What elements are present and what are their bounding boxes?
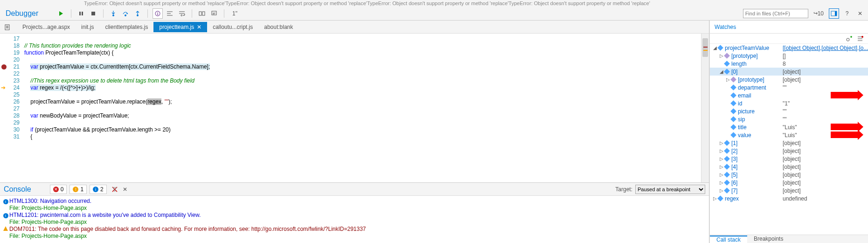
- watch-row[interactable]: sip"": [710, 115, 868, 123]
- svg-rect-0: [79, 12, 81, 15]
- annotation-arrow: [831, 132, 859, 138]
- expand-icon[interactable]: ▷: [719, 148, 724, 153]
- scrollbar[interactable]: [701, 34, 709, 182]
- break-exception-icon[interactable]: [153, 8, 163, 19]
- svg-rect-2: [91, 12, 95, 15]
- file-tab[interactable]: projectteam.js✕: [153, 22, 207, 32]
- break-all-icon[interactable]: [76, 8, 86, 19]
- watch-row[interactable]: ▷[3][object]: [710, 155, 868, 163]
- type-icon: [730, 124, 736, 130]
- watch-row[interactable]: email: [710, 91, 868, 99]
- watch-row[interactable]: ▷[prototype][]: [710, 52, 868, 60]
- watches-tree[interactable]: ◢projectTeamValue[[object Object],[objec…: [710, 44, 868, 235]
- console-filter-badge[interactable]: i2: [90, 185, 107, 194]
- svg-rect-8: [157, 14, 158, 15]
- file-tab[interactable]: Projects...age.aspx: [17, 22, 76, 32]
- step-out-icon[interactable]: [132, 8, 143, 19]
- expand-icon[interactable]: ▷: [713, 196, 717, 201]
- console-body[interactable]: iHTML1300: Navigation occurred.File: Pro…: [0, 196, 709, 243]
- word-wrap-icon[interactable]: [177, 8, 187, 19]
- breakpoint-gutter[interactable]: ➔: [0, 34, 8, 182]
- continue-icon[interactable]: [56, 8, 66, 19]
- debug-worker-icon[interactable]: 1": [229, 8, 239, 19]
- expand-icon[interactable]: ◢: [713, 45, 717, 50]
- breakpoint-marker[interactable]: [1, 64, 7, 69]
- console-message: File: Projects-Home-Page.aspx: [0, 205, 709, 212]
- type-icon: [730, 116, 736, 122]
- watch-row[interactable]: ▷regexundefined: [710, 194, 868, 202]
- watch-row[interactable]: picture"": [710, 107, 868, 115]
- scroll-cur-marker: [703, 50, 708, 51]
- watch-row[interactable]: department"": [710, 83, 868, 91]
- file-tab[interactable]: clienttemplates.js: [99, 22, 153, 32]
- type-icon: [724, 53, 730, 59]
- add-watch-icon[interactable]: [845, 35, 853, 43]
- watch-row[interactable]: length8: [710, 60, 868, 68]
- type-icon: [730, 84, 736, 90]
- match-count-icon[interactable]: ↪ 10: [811, 8, 826, 19]
- watch-row[interactable]: ▷[6][object]: [710, 179, 868, 187]
- console-message: DOM7011: The code on this page disabled …: [0, 226, 709, 233]
- expand-icon[interactable]: ▷: [719, 188, 724, 193]
- step-over-icon[interactable]: [120, 8, 131, 19]
- console-filter-badge[interactable]: ✕0: [50, 185, 67, 194]
- expand-icon[interactable]: ▷: [719, 180, 724, 185]
- separator: [71, 9, 71, 18]
- close-icon[interactable]: ✕: [855, 8, 865, 19]
- watch-row[interactable]: id"1": [710, 99, 868, 107]
- expand-icon[interactable]: ◢: [719, 69, 724, 74]
- type-icon: [717, 45, 723, 51]
- footer-tab[interactable]: Call stack: [710, 236, 747, 243]
- watch-row[interactable]: ◢projectTeamValue[[object Object],[objec…: [710, 44, 868, 52]
- expand-icon[interactable]: ▷: [719, 172, 724, 177]
- find-input[interactable]: [743, 9, 808, 18]
- console-message: iHTML1201: pwcinternal.com is a website …: [0, 212, 709, 219]
- svg-point-4: [125, 14, 126, 16]
- clear-filter-icon[interactable]: [110, 184, 120, 194]
- watch-row[interactable]: ▷[1][object]: [710, 139, 868, 147]
- tab-close-icon[interactable]: ✕: [197, 24, 201, 30]
- expand-icon[interactable]: ▷: [719, 156, 724, 161]
- expand-icon[interactable]: ▷: [719, 140, 724, 146]
- footer-tab[interactable]: Breakpoints: [747, 236, 790, 243]
- delete-watch-icon[interactable]: [856, 35, 864, 43]
- annotation-arrow: [831, 92, 859, 98]
- stop-icon[interactable]: [88, 8, 98, 19]
- pretty-print-icon[interactable]: [165, 8, 175, 19]
- expand-icon[interactable]: ▷: [719, 53, 724, 58]
- compare-icon[interactable]: [197, 8, 207, 19]
- console-filter-badge[interactable]: !1: [69, 185, 87, 194]
- step-into-icon[interactable]: [108, 8, 118, 19]
- help-icon[interactable]: ?: [842, 8, 852, 19]
- file-tabbar: Projects...age.aspxinit.jsclienttemplate…: [0, 21, 709, 34]
- expand-icon[interactable]: ▷: [719, 164, 724, 169]
- just-my-code-icon[interactable]: [209, 8, 219, 19]
- file-tab[interactable]: init.js: [76, 22, 99, 32]
- type-icon: [717, 195, 723, 201]
- watch-row[interactable]: value"Luis": [710, 131, 868, 139]
- watch-row[interactable]: ▷[7][object]: [710, 187, 868, 194]
- watch-row[interactable]: ▷[prototype][object]: [710, 76, 868, 83]
- watch-row[interactable]: title"Luis": [710, 123, 868, 131]
- target-select[interactable]: Paused at a breakpoint: [635, 185, 705, 194]
- file-tab[interactable]: calloutu...cript.js: [207, 22, 258, 32]
- current-line-marker: ➔: [1, 84, 6, 91]
- error-strip: TypeError: Object doesn't support proper…: [0, 0, 868, 7]
- watch-row[interactable]: ▷[4][object]: [710, 163, 868, 171]
- type-icon: [724, 187, 730, 194]
- watches-footer-tabs: Call stackBreakpoints: [710, 235, 868, 243]
- open-file-icon[interactable]: [3, 22, 12, 32]
- separator: [147, 9, 148, 18]
- clear-console-icon[interactable]: ✕: [120, 184, 130, 194]
- file-tab[interactable]: about:blank: [258, 22, 299, 32]
- source-code[interactable]: // This function provides the rendering …: [21, 34, 701, 182]
- expand-icon[interactable]: ▷: [726, 77, 730, 82]
- toggle-pane-icon[interactable]: [829, 8, 839, 19]
- watch-row[interactable]: ▷[2][object]: [710, 147, 868, 155]
- watch-row[interactable]: ◢[0][object]: [710, 68, 868, 76]
- watches-title: Watches: [715, 24, 736, 30]
- console-message: iHTML1300: Navigation occurred.: [0, 198, 709, 205]
- scroll-thumb[interactable]: [702, 38, 708, 57]
- code-editor[interactable]: ➔ 171819202122232425262728293031 // This…: [0, 34, 709, 182]
- watch-row[interactable]: ▷[5][object]: [710, 171, 868, 179]
